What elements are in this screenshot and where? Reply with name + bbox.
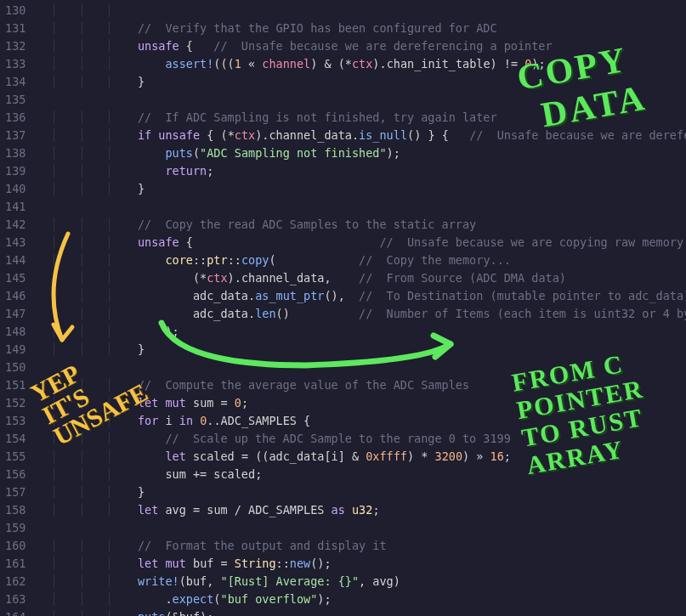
code-line[interactable] <box>37 198 686 216</box>
code-line[interactable]: (*ctx).channel_data, // From Source (ADC… <box>37 269 686 287</box>
code-line[interactable] <box>37 519 686 537</box>
code-line[interactable]: .expect("buf overflow"); <box>37 591 686 608</box>
token <box>138 146 166 160</box>
token: // From Source (ADC DMA data) <box>359 271 566 285</box>
token: ((( <box>213 57 234 71</box>
code-line[interactable]: // Copy the read ADC Samples to the stat… <box>37 216 686 234</box>
token: let <box>165 449 185 463</box>
token: core <box>165 253 193 267</box>
code-line[interactable]: unsafe { // Unsafe because we are copyin… <box>37 234 686 251</box>
token: = <box>186 503 207 517</box>
token: ; <box>241 396 248 410</box>
token: ) <box>394 574 400 588</box>
line-number: 134 <box>5 73 26 91</box>
token: :: <box>193 253 207 267</box>
line-number: 161 <box>5 555 26 573</box>
token: as <box>332 503 345 517</box>
token: // Copy the memory... <box>359 253 511 267</box>
token: } <box>138 342 145 356</box>
token: scaled <box>193 449 235 463</box>
token: = (( <box>235 449 269 463</box>
token: = <box>213 557 234 570</box>
line-number: 164 <box>5 608 26 616</box>
token: sum <box>207 503 227 517</box>
token: ADC_SAMPLES <box>221 414 297 427</box>
token: buf <box>193 557 213 570</box>
token: // Format the output and display it <box>138 539 387 552</box>
token: 3200 <box>435 449 463 463</box>
token: expect <box>173 592 214 606</box>
token: // Copy the read ADC Samples to the stat… <box>138 218 476 231</box>
line-number: 140 <box>5 180 26 198</box>
token: ) » <box>462 449 490 463</box>
line-number: 136 <box>5 109 26 127</box>
token: "buf overflow" <box>221 592 318 606</box>
token <box>138 57 166 71</box>
token: () } { <box>407 128 469 142</box>
token: for <box>138 414 158 427</box>
token: , <box>359 574 372 588</box>
token: ); <box>200 610 213 616</box>
token: // Scale up the ADC Sample to the range … <box>165 432 510 445</box>
code-line[interactable] <box>37 2 686 20</box>
token: as_mut_ptr <box>255 289 324 302</box>
token: adc_data <box>269 449 324 463</box>
code-line[interactable]: puts("ADC Sampling not finished"); <box>37 144 686 162</box>
line-number: 158 <box>5 501 26 519</box>
token: new <box>290 557 310 570</box>
token: { <box>297 414 310 427</box>
line-number: 135 <box>5 91 26 109</box>
token: unsafe <box>158 128 200 142</box>
token: . <box>138 592 173 606</box>
code-line[interactable]: } <box>37 483 686 501</box>
token: if <box>138 128 151 142</box>
token: (), <box>324 289 359 302</box>
line-number-gutter: 1301311321331341351361371381391401411421… <box>0 0 37 616</box>
code-line[interactable]: let avg = sum / ADC_SAMPLES as u32; <box>37 501 686 519</box>
line-number: 147 <box>5 305 26 323</box>
code-line[interactable]: if unsafe { (*ctx).channel_data.is_null(… <box>37 127 686 144</box>
line-number: 149 <box>5 341 26 359</box>
line-number: 130 <box>5 2 26 20</box>
code-line[interactable]: return; <box>37 162 686 180</box>
token: mut <box>165 557 185 570</box>
token: 0 <box>235 396 241 410</box>
line-number: 153 <box>5 412 26 430</box>
token: ). <box>255 128 269 142</box>
code-line[interactable]: // Verify that the GPIO has been configu… <box>37 20 686 37</box>
token <box>324 503 331 517</box>
token: } <box>138 182 145 195</box>
token: . <box>248 289 255 302</box>
code-line[interactable]: core::ptr::copy( // Copy the memory... <box>37 251 686 269</box>
token: in <box>179 414 193 427</box>
token: ) * <box>407 449 435 463</box>
token: // If ADC Sampling is not finished, try … <box>138 110 497 124</box>
line-number: 152 <box>5 394 26 412</box>
line-number: 155 <box>5 448 26 466</box>
token: = <box>213 396 234 410</box>
token: mut <box>165 396 185 410</box>
token <box>345 503 352 517</box>
line-number: 160 <box>5 537 26 555</box>
token: 1 <box>235 57 241 71</box>
code-line[interactable]: let mut buf = String::new(); <box>37 555 686 573</box>
token: adc_data <box>193 289 248 302</box>
token <box>186 449 193 463</box>
line-number: 156 <box>5 466 26 483</box>
token: ); <box>387 146 400 160</box>
code-line[interactable]: } <box>37 180 686 198</box>
token: ; <box>207 164 213 178</box>
token <box>193 414 200 427</box>
code-line[interactable]: write!(buf, "[Rust] Average: {}", avg) <box>37 573 686 591</box>
token: u32 <box>352 503 372 517</box>
line-number: 137 <box>5 127 26 144</box>
code-line[interactable]: adc_data.as_mut_ptr(), // To Destination… <box>37 287 686 305</box>
token <box>173 414 179 427</box>
token: channel_data <box>241 271 325 285</box>
code-line[interactable]: // Format the output and display it <box>37 537 686 555</box>
token: is_null <box>359 128 407 142</box>
code-line[interactable]: puts(&buf); <box>37 608 686 616</box>
line-number: 139 <box>5 162 26 180</box>
token: sum <box>165 467 185 481</box>
token: return <box>165 164 207 178</box>
